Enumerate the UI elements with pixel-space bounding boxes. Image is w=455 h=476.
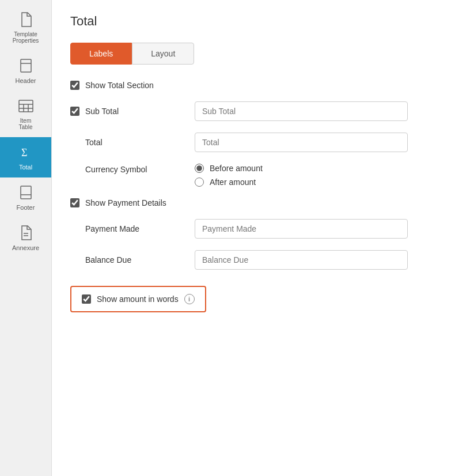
sidebar-label-footer: Footer bbox=[17, 204, 35, 211]
payment-made-input[interactable] bbox=[195, 219, 408, 239]
tab-labels[interactable]: Labels bbox=[70, 43, 132, 65]
tab-bar: Labels Layout bbox=[70, 43, 437, 65]
after-amount-label: After amount bbox=[210, 177, 256, 187]
sidebar-item-annexure[interactable]: Annexure bbox=[0, 218, 51, 258]
sub-total-checkbox[interactable] bbox=[70, 107, 79, 116]
show-amount-in-words-row: Show amount in words i bbox=[70, 281, 437, 312]
currency-symbol-row: Currency Symbol Before amount After amou… bbox=[70, 164, 437, 187]
show-amount-in-words-box: Show amount in words i bbox=[70, 286, 206, 312]
sub-total-input[interactable] bbox=[195, 101, 408, 121]
payment-made-field-label: Payment Made bbox=[70, 224, 185, 233]
show-payment-details-checkbox[interactable] bbox=[70, 198, 79, 207]
svg-rect-0 bbox=[21, 59, 31, 72]
page-title: Total bbox=[70, 14, 437, 29]
currency-symbol-label: Currency Symbol bbox=[70, 164, 185, 174]
svg-rect-8 bbox=[21, 186, 31, 199]
before-amount-label: Before amount bbox=[210, 164, 263, 173]
main-content: Total Labels Layout Show Total Section S… bbox=[52, 0, 455, 476]
payment-made-row: Payment Made bbox=[70, 219, 437, 239]
sub-total-label: Sub Total bbox=[85, 107, 119, 116]
sidebar-label-total: Total bbox=[19, 164, 32, 171]
show-total-section-checkbox-label[interactable]: Show Total Section bbox=[70, 81, 154, 90]
total-row: Total bbox=[70, 133, 437, 152]
show-amount-in-words-checkbox[interactable] bbox=[82, 294, 91, 304]
sidebar-label-header: Header bbox=[15, 77, 36, 84]
sidebar-label-item-table: Item Table bbox=[19, 118, 33, 130]
sigma-icon: Σ bbox=[18, 144, 34, 160]
tab-layout[interactable]: Layout bbox=[132, 43, 194, 65]
form-section: Show Total Section Sub Total Total Curre… bbox=[70, 81, 437, 312]
show-total-section-row: Show Total Section bbox=[70, 81, 437, 90]
show-amount-in-words-checkbox-label[interactable]: Show amount in words bbox=[82, 294, 179, 304]
sidebar-item-item-table[interactable]: Item Table bbox=[0, 91, 51, 137]
sidebar-item-template-properties[interactable]: Template Properties bbox=[0, 5, 51, 51]
show-payment-details-row: Show Payment Details bbox=[70, 198, 437, 207]
total-input[interactable] bbox=[195, 133, 408, 152]
svg-text:Σ: Σ bbox=[21, 147, 27, 158]
show-total-section-checkbox[interactable] bbox=[70, 81, 79, 90]
before-amount-radio[interactable] bbox=[195, 164, 204, 173]
before-amount-radio-label[interactable]: Before amount bbox=[195, 164, 437, 173]
show-payment-details-checkbox-label[interactable]: Show Payment Details bbox=[70, 198, 166, 207]
after-amount-radio-label[interactable]: After amount bbox=[195, 177, 437, 187]
sidebar-item-total[interactable]: Σ Total bbox=[0, 137, 51, 177]
show-amount-in-words-label: Show amount in words bbox=[97, 294, 179, 304]
sub-total-checkbox-label[interactable]: Sub Total bbox=[70, 107, 185, 116]
sidebar: Template Properties Header Item Table Σ bbox=[0, 0, 52, 476]
total-field-label: Total bbox=[70, 138, 185, 147]
show-total-section-label: Show Total Section bbox=[85, 81, 154, 90]
sub-total-row: Sub Total bbox=[70, 101, 437, 121]
annexure-icon bbox=[18, 225, 34, 241]
header-icon bbox=[18, 58, 34, 74]
info-icon[interactable]: i bbox=[184, 294, 195, 304]
balance-due-row: Balance Due bbox=[70, 250, 437, 270]
file-icon bbox=[18, 12, 34, 28]
svg-rect-2 bbox=[19, 100, 33, 112]
footer-icon bbox=[18, 184, 34, 201]
sidebar-item-footer[interactable]: Footer bbox=[0, 177, 51, 218]
show-payment-details-label: Show Payment Details bbox=[85, 198, 166, 207]
balance-due-input[interactable] bbox=[195, 250, 408, 270]
sidebar-label-template-properties: Template Properties bbox=[13, 31, 39, 44]
sidebar-item-header[interactable]: Header bbox=[0, 51, 51, 91]
currency-radio-group: Before amount After amount bbox=[195, 164, 437, 187]
balance-due-field-label: Balance Due bbox=[70, 255, 185, 265]
sidebar-label-annexure: Annexure bbox=[12, 244, 39, 251]
after-amount-radio[interactable] bbox=[195, 177, 204, 187]
table-icon bbox=[18, 98, 34, 114]
